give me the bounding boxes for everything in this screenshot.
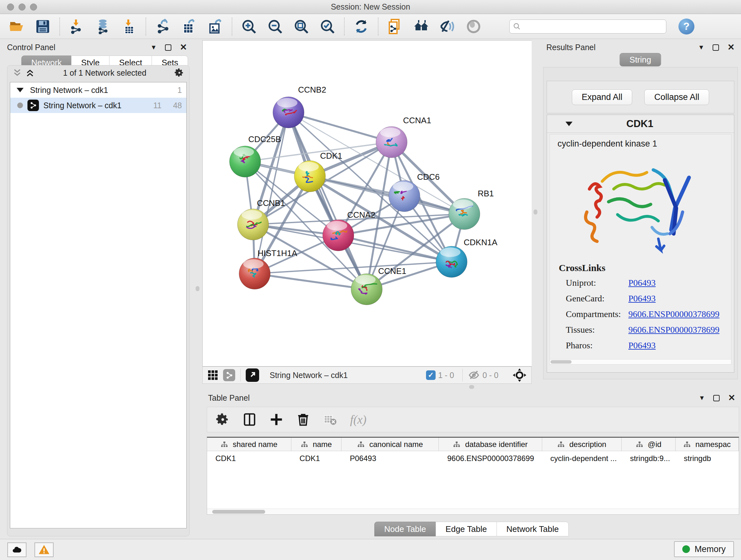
collapse-all-icon[interactable] <box>12 68 22 78</box>
close-panel-icon[interactable]: ✕ <box>728 393 735 403</box>
gene-section-header[interactable]: CDK1 <box>547 115 734 133</box>
show-columns-icon[interactable] <box>243 413 256 426</box>
crosslink-uniprot-link[interactable]: P06493 <box>628 278 656 288</box>
zoom-selected-icon[interactable] <box>319 18 336 35</box>
import-network-database-icon[interactable] <box>94 18 111 35</box>
detach-view-icon[interactable] <box>246 368 259 382</box>
birdseye-navigator-icon[interactable] <box>512 368 527 382</box>
column-header-namespac[interactable]: namespac <box>676 438 739 451</box>
column-header-description[interactable]: description <box>542 438 622 451</box>
warnings-button[interactable] <box>35 543 54 557</box>
expand-all-button[interactable]: Expand All <box>572 89 632 105</box>
tab-network-table[interactable]: Network Table <box>496 522 569 537</box>
network-node-CDK1[interactable]: CDK1 <box>294 151 342 192</box>
close-panel-icon[interactable]: ✕ <box>180 42 187 52</box>
maximize-panel-icon[interactable] <box>165 44 172 51</box>
table-row[interactable]: CDK1CDK1P064939606.ENSP00000378699cyclin… <box>207 451 739 466</box>
column-header-canonical-name[interactable]: canonical name <box>341 438 439 451</box>
bottom-splitter-handle[interactable] <box>469 385 474 389</box>
tab-edge-table[interactable]: Edge Table <box>435 522 497 537</box>
right-splitter-handle[interactable] <box>534 209 537 214</box>
float-panel-icon[interactable]: ▼ <box>698 44 704 51</box>
close-panel-icon[interactable]: ✕ <box>727 42 735 52</box>
hidden-eye-icon <box>468 369 480 381</box>
memory-button[interactable]: Memory <box>674 541 734 557</box>
memory-status-icon <box>682 545 690 553</box>
network-edge[interactable] <box>288 112 367 289</box>
crosslink-tissues-link[interactable]: 9606.ENSP00000378699 <box>628 325 719 335</box>
network-node-CDKN1A[interactable]: CDKN1A <box>436 238 497 277</box>
column-header-database-identifier[interactable]: database identifier <box>439 438 542 451</box>
hide-unhide-icon[interactable] <box>439 18 456 35</box>
minimize-window-button[interactable] <box>18 3 25 10</box>
search-input[interactable] <box>521 20 663 33</box>
clone-network-icon[interactable] <box>387 18 403 35</box>
gene-disclosure-icon[interactable] <box>565 122 572 126</box>
apply-layout-icon[interactable] <box>353 18 369 35</box>
network-edge[interactable] <box>255 273 367 289</box>
float-panel-icon[interactable]: ▼ <box>151 44 157 51</box>
crosslink-label: Uniprot: <box>559 278 628 288</box>
column-header-name[interactable]: name <box>291 438 342 451</box>
network-options-gear-icon[interactable] <box>175 68 184 78</box>
table-cell[interactable]: cyclin-dependent ... <box>542 451 622 466</box>
network-node-RB1[interactable]: RB1 <box>449 189 494 230</box>
network-row[interactable]: String Network – cdk1 11 48 <box>10 98 186 113</box>
table-cell[interactable]: stringdb:9... <box>622 451 676 466</box>
zoom-in-icon[interactable] <box>241 18 257 35</box>
export-image-icon[interactable] <box>207 18 223 35</box>
delete-column-icon[interactable] <box>296 413 310 426</box>
table-cell[interactable]: stringdb <box>676 451 739 466</box>
zoom-window-button[interactable] <box>30 3 37 10</box>
home-icon[interactable] <box>413 18 429 35</box>
memory-label: Memory <box>694 544 726 554</box>
network-icon <box>27 100 39 111</box>
collapse-all-button[interactable]: Collapse All <box>644 89 709 105</box>
zoom-out-icon[interactable] <box>267 18 283 35</box>
tab-string[interactable]: String <box>620 53 661 66</box>
maximize-panel-icon[interactable] <box>713 395 720 401</box>
table-cell[interactable]: CDK1 <box>291 451 342 466</box>
selected-checkbox-icon[interactable]: ✓ <box>426 370 435 380</box>
expand-all-icon[interactable] <box>25 68 35 78</box>
network-graph[interactable]: CCNB2CCNA1CDC25BCDK1CDC6RB1CCNB1CCNA2CDK… <box>203 41 531 366</box>
help-button[interactable]: ? <box>678 18 694 35</box>
view-network-icon[interactable] <box>223 369 235 381</box>
crosslink-compartments-link[interactable]: 9606.ENSP00000378699 <box>628 309 719 319</box>
crosslink-pharos-link[interactable]: P06493 <box>628 340 656 351</box>
cloud-button[interactable] <box>7 543 26 557</box>
zoom-fit-icon[interactable] <box>293 18 310 35</box>
results-horizontal-scrollbar[interactable] <box>550 359 731 364</box>
column-header--id[interactable]: @id <box>622 438 675 451</box>
float-panel-icon[interactable]: ▼ <box>699 394 705 401</box>
import-table-icon[interactable] <box>121 18 137 35</box>
table-header-row[interactable]: shared namenamecanonical namedatabase id… <box>207 438 739 451</box>
table-cell[interactable]: P06493 <box>341 451 439 466</box>
network-view[interactable]: CCNB2CCNA1CDC25BCDK1CDC6RB1CCNB1CCNA2CDK… <box>202 40 532 367</box>
table-cell[interactable]: 9606.ENSP00000378699 <box>439 451 542 466</box>
maximize-panel-icon[interactable] <box>713 44 719 51</box>
save-session-icon[interactable] <box>35 18 51 35</box>
crosslink-row: Compartments:9606.ENSP00000378699 <box>559 309 731 319</box>
network-collection-row[interactable]: String Network – cdk1 1 <box>10 82 186 98</box>
search-box[interactable] <box>509 19 666 34</box>
cloud-icon <box>11 544 22 555</box>
network-node-HIST1H1A[interactable]: HIST1H1A <box>239 248 297 289</box>
collection-disclosure-icon[interactable] <box>17 88 23 92</box>
table-options-gear-icon[interactable] <box>216 413 229 426</box>
view-grid-icon[interactable] <box>207 369 219 381</box>
open-file-icon[interactable] <box>8 18 25 35</box>
table-horizontal-scrollbar[interactable] <box>207 509 739 514</box>
create-column-icon[interactable] <box>270 413 283 426</box>
export-table-icon[interactable] <box>181 18 197 35</box>
tab-node-table[interactable]: Node Table <box>374 522 436 537</box>
network-node-CDC25B[interactable]: CDC25B <box>229 134 281 177</box>
close-window-button[interactable] <box>7 3 14 10</box>
column-header-shared-name[interactable]: shared name <box>207 438 291 451</box>
network-node-CCNA1[interactable]: CCNA1 <box>376 116 431 158</box>
left-splitter-handle[interactable] <box>196 286 199 291</box>
crosslink-genecard-link[interactable]: P06493 <box>628 294 656 304</box>
import-network-file-icon[interactable] <box>68 18 85 35</box>
table-cell[interactable]: CDK1 <box>207 451 291 466</box>
export-network-icon[interactable] <box>154 18 171 35</box>
